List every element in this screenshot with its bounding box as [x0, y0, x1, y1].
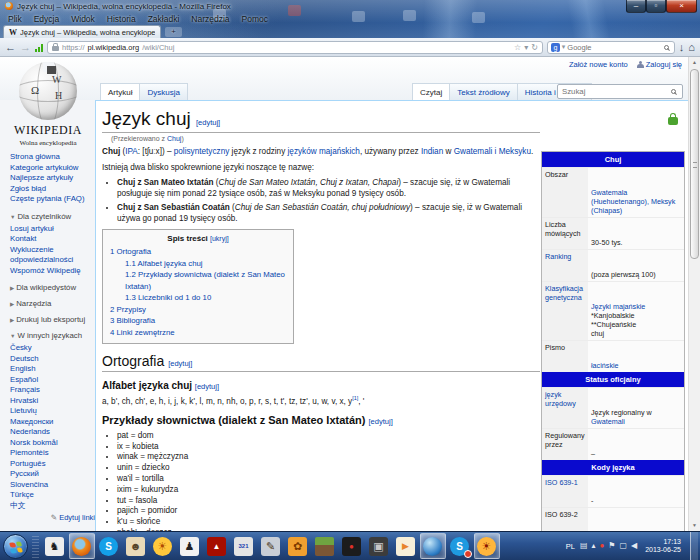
page-tab[interactable]: Artykuł: [100, 83, 140, 100]
sidebar-link[interactable]: Deutsch: [10, 354, 95, 365]
page-tab[interactable]: Czytaj: [412, 83, 450, 100]
edit-section-link[interactable]: [edytuj]: [196, 118, 220, 127]
tray-icon[interactable]: ●: [599, 542, 604, 550]
sidebar-link[interactable]: Lietuvių: [10, 406, 95, 417]
bookmark-star-icon[interactable]: ☆: [514, 43, 521, 52]
tray-icon[interactable]: ◀: [631, 542, 637, 550]
stats-icon[interactable]: [35, 43, 43, 52]
taskbar-app[interactable]: ✎: [258, 533, 284, 559]
downloads-icon[interactable]: ↓: [679, 42, 685, 53]
toc-link[interactable]: 1.1 Alfabet języka chuj: [125, 258, 286, 270]
sidebar-link[interactable]: Hrvatski: [10, 396, 95, 407]
menu-item[interactable]: Pomoc: [236, 12, 274, 25]
scroll-up-arrow[interactable]: ▲: [689, 57, 700, 68]
browser-tab[interactable]: W Język chuj – Wikipedia, wolna encyklop…: [3, 25, 161, 38]
sidebar-group-header[interactable]: ▶Narzędzia: [10, 299, 95, 308]
sidebar-link[interactable]: Русский: [10, 469, 95, 480]
sidebar-link[interactable]: Wspomóż Wikipedię: [10, 266, 95, 277]
taskbar-app[interactable]: S: [96, 533, 122, 559]
search-magnifier-icon[interactable]: [664, 45, 669, 50]
taskbar-app[interactable]: ☀: [474, 533, 500, 559]
menu-item[interactable]: Narzędzia: [185, 12, 235, 25]
toc-link[interactable]: 1.3 Liczebniki od 1 do 10: [125, 292, 286, 304]
sidebar-link[interactable]: Português: [10, 459, 95, 470]
taskbar-app[interactable]: ♟: [177, 533, 203, 559]
window-control-button[interactable]: ×: [666, 0, 697, 13]
menu-item[interactable]: Edycja: [28, 12, 66, 25]
edit-links-link[interactable]: ✎ Edytuj linki: [10, 513, 95, 522]
search-magnifier-icon[interactable]: [671, 89, 676, 94]
browser-search-box[interactable]: g ▾: [547, 41, 675, 54]
sidebar-link[interactable]: 中文: [10, 501, 95, 512]
sidebar-link[interactable]: Kontakt: [10, 234, 95, 245]
sidebar-group-header[interactable]: ▼W innych językach: [10, 331, 95, 340]
sidebar-group-header[interactable]: ▶Drukuj lub eksportuj: [10, 315, 95, 324]
sidebar-link[interactable]: Norsk bokmål: [10, 438, 95, 449]
search-engine-icon[interactable]: g: [551, 43, 560, 52]
search-engine-dropdown-icon[interactable]: ▾: [562, 43, 566, 51]
taskbar-app[interactable]: ▣: [366, 533, 392, 559]
tray-icon[interactable]: ▴: [591, 542, 595, 550]
toc-link[interactable]: 2 Przypisy: [110, 304, 286, 316]
tray-icon[interactable]: ▢: [619, 542, 627, 550]
page-tab[interactable]: Dyskusja: [140, 83, 187, 100]
clock[interactable]: 17:13 2013-06-25: [645, 538, 681, 555]
home-icon[interactable]: ⌂: [688, 42, 695, 53]
menu-item[interactable]: Historia: [101, 12, 142, 25]
sidebar-link[interactable]: Slovenčina: [10, 480, 95, 491]
reload-icon[interactable]: ↻: [531, 43, 538, 52]
sidebar-link[interactable]: Najlepsze artykuły: [10, 173, 95, 184]
sidebar-group-header[interactable]: ▼Dla czytelników: [10, 212, 95, 221]
wikipedia-logo[interactable]: ΩWH WIKIPEDIA Wolna encyklopedia: [10, 62, 86, 147]
edit-section-link[interactable]: [edytuj]: [369, 417, 393, 426]
taskbar-app[interactable]: ▶: [393, 533, 419, 559]
page-tab[interactable]: Tekst źródłowy: [450, 83, 517, 100]
window-control-button[interactable]: ▫: [646, 0, 666, 13]
edit-section-link[interactable]: [edytuj]: [195, 382, 219, 391]
sidebar-link[interactable]: Kategorie artykułów: [10, 163, 95, 174]
edit-section-link[interactable]: [edytuj]: [168, 359, 192, 368]
sidebar-link[interactable]: Zgłoś błąd: [10, 184, 95, 195]
menu-item[interactable]: Plik: [2, 12, 28, 25]
sidebar-link[interactable]: Македонски: [10, 417, 95, 428]
taskbar-app[interactable]: ▲: [204, 533, 230, 559]
taskbar-app[interactable]: 321: [231, 533, 257, 559]
taskbar-app[interactable]: S: [447, 533, 473, 559]
show-desktop-button[interactable]: [690, 532, 698, 560]
sidebar-link[interactable]: Wykluczenie odpowiedzialności: [10, 245, 95, 266]
toc-link[interactable]: 1 Ortografia: [110, 246, 286, 258]
new-tab-button[interactable]: +: [165, 27, 182, 37]
sidebar-link[interactable]: Losuj artykuł: [10, 224, 95, 235]
url-dropdown-icon[interactable]: ▾: [524, 43, 528, 52]
taskbar-app[interactable]: ☀: [150, 533, 176, 559]
browser-search-input[interactable]: [567, 43, 661, 52]
wiki-search-box[interactable]: [557, 84, 683, 99]
window-control-button[interactable]: –: [626, 0, 646, 13]
wiki-search-input[interactable]: [562, 87, 671, 96]
sidebar-link[interactable]: English: [10, 364, 95, 375]
sidebar-group-header[interactable]: ▶Dla wikipedystów: [10, 283, 95, 292]
sidebar-link[interactable]: Nederlands: [10, 427, 95, 438]
sidebar-link[interactable]: Česky: [10, 343, 95, 354]
sidebar-link[interactable]: Częste pytania (FAQ): [10, 194, 95, 205]
language-indicator[interactable]: PL: [566, 542, 575, 551]
menu-item[interactable]: Widok: [65, 12, 101, 25]
scrollbar-thumb[interactable]: [690, 69, 699, 259]
back-button[interactable]: ←: [5, 42, 16, 53]
taskbar-app[interactable]: [69, 533, 95, 559]
forward-button[interactable]: →: [20, 42, 31, 53]
window-titlebar[interactable]: Język chuj – Wikipedia, wolna encykloped…: [0, 0, 700, 12]
tray-icon[interactable]: ⚑: [608, 542, 615, 550]
toc-link[interactable]: 4 Linki zewnętrzne: [110, 327, 286, 339]
url-bar[interactable]: https://pl.wikipedia.org/wiki/Chuj ☆ ▾ ↻: [47, 41, 543, 54]
sidebar-link[interactable]: Español: [10, 375, 95, 386]
login-link[interactable]: Zaloguj się: [637, 60, 682, 69]
start-button[interactable]: [3, 534, 28, 559]
create-account-link[interactable]: Załóż nowe konto: [569, 60, 628, 69]
taskbar-app[interactable]: ✿: [285, 533, 311, 559]
menu-item[interactable]: Zakładki: [142, 12, 186, 25]
taskbar-app[interactable]: ●: [339, 533, 365, 559]
scroll-down-arrow[interactable]: ▼: [689, 520, 700, 531]
toc-link[interactable]: 1.2 Przykłady słownictwa (dialekt z San …: [125, 269, 286, 292]
tray-icon[interactable]: ▤: [580, 542, 588, 550]
